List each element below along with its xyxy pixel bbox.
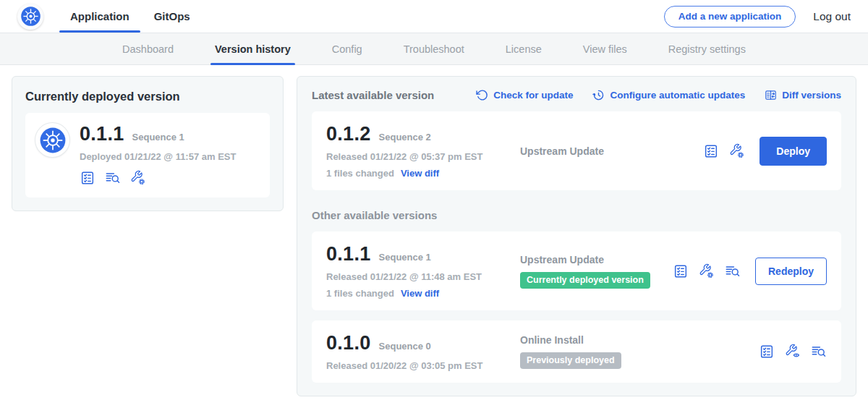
version-history-page: Currently deployed version 0.1.1 Sequenc… — [0, 65, 868, 396]
released-timestamp: Released 01/21/22 @ 05:37 pm EST — [326, 151, 509, 162]
version-number: 0.1.1 — [326, 243, 371, 265]
version-info: 0.1.2 Sequence 2 Released 01/21/22 @ 05:… — [326, 123, 509, 179]
checklist-icon[interactable] — [673, 263, 689, 279]
top-bar-right: Add a new application Log out — [664, 0, 851, 33]
source-label: Upstream Update — [520, 254, 673, 265]
diff-versions-label: Diff versions — [782, 90, 841, 101]
version-actions: Deploy — [703, 137, 827, 166]
view-diff-link[interactable]: View diff — [401, 288, 439, 299]
wrench-gear-icon[interactable] — [699, 263, 715, 279]
version-source: Online Install Previously deployed — [509, 334, 759, 369]
log-search-icon[interactable] — [811, 344, 827, 360]
checklist-icon[interactable] — [759, 344, 775, 360]
subnav-tab-troubleshoot[interactable]: Troubleshoot — [404, 33, 464, 64]
deployed-sequence-label: Sequence 1 — [132, 132, 184, 143]
subnav-tab-config[interactable]: Config — [332, 33, 362, 64]
checklist-icon[interactable] — [80, 170, 95, 186]
other-available-versions-title: Other available versions — [312, 209, 841, 221]
auto-update-icon — [592, 89, 605, 101]
top-tabs: Application GitOps — [58, 0, 203, 33]
deploy-button[interactable]: Deploy — [760, 137, 827, 166]
app-logo — [35, 123, 69, 157]
top-nav-bar: Application GitOps Add a new application… — [0, 0, 868, 33]
latest-available-title: Latest available version — [312, 89, 434, 101]
source-label: Online Install — [520, 334, 759, 346]
version-card-0-1-0: 0.1.0 Sequence 0 Released 01/20/22 @ 03:… — [312, 320, 841, 383]
currently-deployed-title: Currently deployed version — [25, 90, 270, 103]
kubernetes-wheel-icon — [20, 6, 41, 27]
deployed-version-number: 0.1.1 — [80, 123, 124, 145]
deployed-version-info: 0.1.1 Sequence 1 Deployed 01/21/22 @ 11:… — [80, 123, 236, 186]
log-search-icon[interactable] — [105, 170, 121, 186]
wrench-gear-icon[interactable] — [729, 143, 745, 159]
kubernetes-wheel-icon — [39, 127, 67, 154]
diff-versions-link[interactable]: Diff versions — [765, 89, 841, 101]
add-application-button[interactable]: Add a new application — [664, 6, 796, 27]
previously-deployed-badge: Previously deployed — [520, 352, 621, 369]
currently-deployed-panel: Currently deployed version 0.1.1 Sequenc… — [12, 76, 284, 211]
version-actions — [759, 344, 827, 360]
check-for-update-label: Check for update — [493, 90, 573, 101]
version-source: Upstream Update — [509, 145, 703, 157]
released-timestamp: Released 01/21/22 @ 11:48 am EST — [326, 271, 509, 282]
view-diff-link[interactable]: View diff — [401, 168, 439, 179]
tab-gitops[interactable]: GitOps — [142, 0, 203, 33]
version-info: 0.1.1 Sequence 1 Released 01/21/22 @ 11:… — [326, 243, 509, 299]
wrench-gear-icon[interactable] — [130, 170, 146, 186]
version-number: 0.1.2 — [326, 123, 371, 145]
files-changed-label: 1 files changed — [326, 168, 394, 179]
available-versions-panel: Latest available version Check for updat… — [297, 76, 856, 396]
version-number: 0.1.0 — [326, 332, 371, 354]
files-changed-label: 1 files changed — [326, 288, 394, 299]
check-for-update-link[interactable]: Check for update — [476, 89, 573, 101]
subnav-tab-version-history[interactable]: Version history — [215, 33, 291, 64]
currently-deployed-badge: Currently deployed version — [520, 272, 650, 289]
diff-icon — [765, 89, 777, 101]
configure-automatic-updates-link[interactable]: Configure automatic updates — [592, 89, 745, 101]
log-search-icon[interactable] — [725, 263, 741, 279]
logout-button[interactable]: Log out — [813, 10, 851, 23]
wrench-eye-icon[interactable] — [785, 344, 801, 360]
version-card-0-1-1: 0.1.1 Sequence 1 Released 01/21/22 @ 11:… — [312, 231, 841, 310]
subnav-tab-view-files[interactable]: View files — [583, 33, 627, 64]
refresh-icon — [476, 89, 488, 101]
version-card-0-1-2: 0.1.2 Sequence 2 Released 01/21/22 @ 05:… — [312, 111, 841, 190]
deployed-timestamp: Deployed 01/21/22 @ 11:57 am EST — [80, 151, 236, 162]
currently-deployed-card: 0.1.1 Sequence 1 Deployed 01/21/22 @ 11:… — [25, 113, 270, 197]
tab-application[interactable]: Application — [58, 0, 142, 33]
redeploy-button[interactable]: Redeploy — [755, 258, 827, 285]
source-label: Upstream Update — [520, 145, 703, 157]
available-panel-actions: Check for update Configure automatic upd… — [476, 89, 841, 101]
sequence-label: Sequence 2 — [379, 132, 431, 143]
kubernetes-logo — [17, 4, 43, 30]
app-subnav: Dashboard Version history Config Trouble… — [0, 33, 868, 65]
configure-automatic-updates-label: Configure automatic updates — [610, 90, 745, 101]
version-actions: Redeploy — [673, 258, 827, 285]
checklist-icon[interactable] — [703, 143, 719, 159]
sequence-label: Sequence 0 — [379, 341, 431, 352]
subnav-tab-dashboard[interactable]: Dashboard — [122, 33, 174, 64]
deployed-version-actions — [80, 170, 236, 186]
subnav-tab-license[interactable]: License — [506, 33, 542, 64]
version-source: Upstream Update Currently deployed versi… — [509, 254, 673, 289]
available-panel-header: Latest available version Check for updat… — [312, 89, 841, 101]
version-info: 0.1.0 Sequence 0 Released 01/20/22 @ 03:… — [326, 332, 509, 371]
released-timestamp: Released 01/20/22 @ 03:05 pm EST — [326, 360, 509, 371]
sequence-label: Sequence 1 — [379, 252, 431, 263]
subnav-tab-registry-settings[interactable]: Registry settings — [668, 33, 746, 64]
